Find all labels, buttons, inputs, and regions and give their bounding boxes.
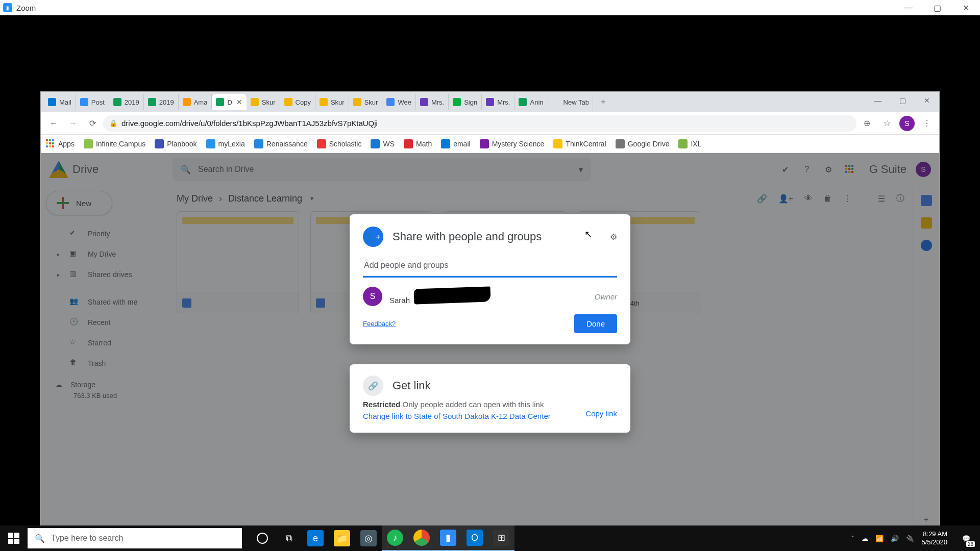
url-text: drive.google.com/drive/u/0/folders/1bKsp…: [121, 119, 378, 128]
browser-tab[interactable]: Mrs.: [416, 94, 449, 110]
reload-button[interactable]: ⟳: [84, 115, 101, 132]
profile-avatar[interactable]: S: [899, 116, 915, 131]
taskbar-app-spotify[interactable]: ♪: [382, 525, 408, 551]
bookmark-item[interactable]: Apps: [46, 139, 75, 148]
tab-close-icon[interactable]: ✕: [236, 98, 242, 106]
share-person-row: S Sarah Owner: [363, 287, 617, 306]
chrome-maximize-button[interactable]: ▢: [890, 92, 915, 109]
bookmark-item[interactable]: ThinkCentral: [553, 139, 606, 148]
browser-tab[interactable]: Sign: [449, 94, 482, 110]
browser-tab[interactable]: Mrs.: [482, 94, 514, 110]
install-pwa-icon[interactable]: ⊕: [859, 115, 875, 132]
browser-tab[interactable]: Ama: [179, 94, 212, 110]
bookmark-item[interactable]: Math: [404, 139, 432, 148]
change-link-access[interactable]: Change link to State of South Dakota K-1…: [363, 412, 617, 420]
browser-tab[interactable]: D✕: [212, 94, 246, 110]
bookmark-favicon: [678, 139, 688, 148]
tray-onedrive-icon[interactable]: ☁: [862, 535, 868, 542]
bookmark-favicon: [206, 139, 215, 148]
bookmark-item[interactable]: IXL: [678, 139, 701, 148]
tray-power-icon[interactable]: 🔌: [906, 535, 914, 542]
taskbar-app-calculator[interactable]: ⊞: [488, 525, 514, 551]
browser-tab[interactable]: 2019: [144, 94, 179, 110]
tray-chevron-icon[interactable]: ˄: [851, 535, 854, 542]
bookmark-item[interactable]: Mystery Science: [480, 139, 545, 148]
lock-icon: 🔒: [109, 119, 117, 127]
chrome-minimize-button[interactable]: ―: [866, 92, 890, 109]
taskbar-app-chrome[interactable]: [408, 525, 435, 551]
tab-label: 2019: [125, 98, 139, 106]
tab-label: Sign: [464, 98, 477, 106]
tab-favicon: [386, 98, 395, 106]
taskbar-app-zoom[interactable]: ▮: [435, 525, 461, 551]
tab-favicon: [552, 98, 560, 106]
start-button[interactable]: [0, 525, 28, 551]
new-tab-button[interactable]: +: [596, 95, 610, 109]
url-field[interactable]: 🔒 drive.google.com/drive/u/0/folders/1bK…: [103, 115, 856, 132]
bookmark-label: email: [453, 140, 470, 148]
bookmark-item[interactable]: Renaissance: [254, 139, 308, 148]
chrome-window: // tabs rendered below via template loop…: [41, 92, 939, 525]
share-settings-gear-icon[interactable]: ⚙: [610, 232, 617, 242]
feedback-link[interactable]: Feedback?: [363, 320, 396, 328]
browser-tab[interactable]: New Tab: [548, 94, 593, 110]
tray-wifi-icon[interactable]: 📶: [875, 535, 884, 542]
browser-tab[interactable]: 2019: [109, 94, 144, 110]
taskbar-app-explorer[interactable]: 📁: [329, 525, 355, 551]
browser-tab[interactable]: Wee: [382, 94, 416, 110]
maximize-button[interactable]: ▢: [923, 0, 951, 15]
bookmark-favicon: [480, 139, 489, 148]
tab-favicon: [284, 98, 292, 106]
bookmark-label: Planbook: [167, 140, 197, 148]
bookmark-item[interactable]: WS: [371, 139, 395, 148]
taskbar-app-edge[interactable]: e: [302, 525, 329, 551]
browser-tab[interactable]: Skur: [349, 94, 383, 110]
browser-tab[interactable]: Anin: [514, 94, 548, 110]
taskbar-search[interactable]: 🔍 Type here to search: [28, 528, 242, 548]
tab-favicon: [251, 98, 259, 106]
browser-tab[interactable]: Post: [76, 94, 109, 110]
close-button[interactable]: ✕: [951, 0, 980, 15]
browser-tab[interactable]: Skur: [247, 94, 280, 110]
tab-favicon: [353, 98, 361, 106]
tab-favicon: [80, 98, 88, 106]
action-center-icon[interactable]: 💬26: [954, 525, 978, 551]
taskbar-app-generic[interactable]: ◎: [355, 525, 382, 551]
browser-tab[interactable]: Mail: [44, 94, 76, 110]
person-role: Owner: [595, 292, 617, 301]
tray-volume-icon[interactable]: 🔊: [891, 535, 899, 542]
zoom-window-title: Zoom: [16, 4, 36, 12]
chrome-close-button[interactable]: ✕: [915, 92, 939, 109]
minimize-button[interactable]: ―: [894, 0, 923, 15]
done-button[interactable]: Done: [574, 314, 617, 333]
mouse-cursor: ↖: [584, 229, 592, 240]
tab-favicon: [148, 98, 156, 106]
taskbar-app-outlook[interactable]: O: [461, 525, 488, 551]
bookmark-favicon: [317, 139, 326, 148]
bookmark-item[interactable]: Infinite Campus: [84, 139, 145, 148]
chrome-menu-icon[interactable]: ⋮: [919, 115, 935, 132]
browser-tab[interactable]: Copy: [280, 94, 315, 110]
taskbar-clock[interactable]: 8:29 AM 5/5/2020: [921, 530, 947, 546]
bookmark-item[interactable]: myLexia: [206, 139, 245, 148]
tab-label: D: [227, 98, 232, 106]
task-view-icon[interactable]: ⧉: [276, 525, 302, 551]
cortana-icon[interactable]: [249, 525, 276, 551]
copy-link-button[interactable]: Copy link: [585, 409, 617, 418]
share-dialog-title: Share with people and groups: [393, 230, 601, 243]
taskbar-search-placeholder: Type here to search: [51, 534, 123, 543]
browser-tab[interactable]: Skur: [315, 94, 349, 110]
bookmark-item[interactable]: email: [441, 139, 470, 148]
bookmark-item[interactable]: Google Drive: [616, 139, 670, 148]
bookmark-item[interactable]: Scholastic: [317, 139, 362, 148]
tab-label: Mrs.: [431, 98, 444, 106]
bookmark-label: ThinkCentral: [566, 140, 606, 148]
forward-button[interactable]: →: [64, 115, 82, 132]
bookmark-star-icon[interactable]: ☆: [879, 115, 895, 132]
add-people-input[interactable]: [363, 254, 617, 278]
bookmark-label: Mystery Science: [492, 140, 545, 148]
tab-label: Mail: [59, 98, 71, 106]
bookmark-favicon: [155, 139, 164, 148]
bookmark-item[interactable]: Planbook: [155, 139, 197, 148]
back-button[interactable]: ←: [45, 115, 62, 132]
